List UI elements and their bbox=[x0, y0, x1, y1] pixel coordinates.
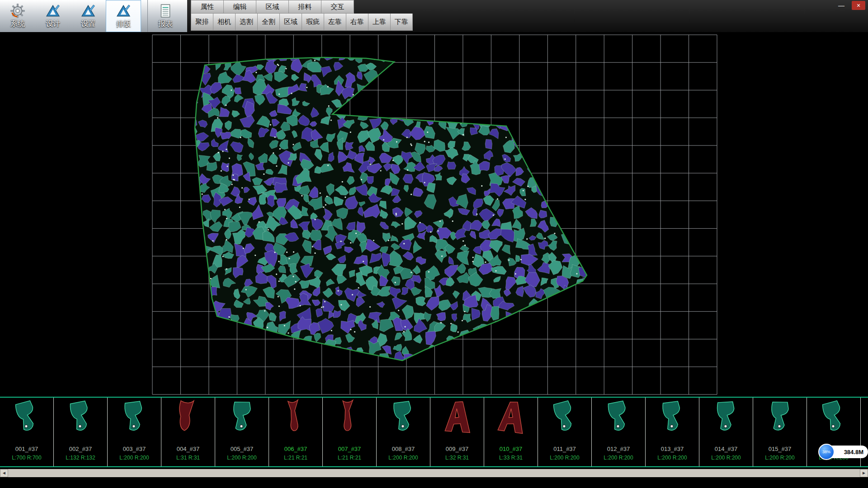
piece-count: L:200 R:200 bbox=[753, 454, 807, 462]
menu-tab-edit[interactable]: 编辑 bbox=[223, 0, 256, 14]
piece-name: 008_#37 bbox=[377, 445, 430, 454]
close-button[interactable]: × bbox=[852, 1, 865, 10]
piece-shape bbox=[0, 399, 53, 445]
piece-name: 014_#37 bbox=[699, 445, 753, 454]
piece-shape bbox=[108, 399, 161, 445]
menu-tab-interact[interactable]: 交互 bbox=[321, 0, 354, 14]
tool-button-snap-right[interactable]: 右靠 bbox=[346, 14, 368, 31]
piece-shape bbox=[323, 399, 376, 445]
piece-thumb-010[interactable]: 010_#37L:33 R:31 bbox=[484, 398, 538, 466]
tool-button-snap-left[interactable]: 左靠 bbox=[324, 14, 346, 31]
piece-shape bbox=[215, 399, 269, 445]
piece-thumb-007[interactable]: 007_#37L:21 R:21 bbox=[323, 398, 377, 466]
piece-name: 012_#37 bbox=[592, 445, 645, 454]
piece-name: 002_#37 bbox=[54, 445, 107, 454]
nesting-canvas[interactable] bbox=[0, 32, 868, 397]
menu-tab-properties[interactable]: 属性 bbox=[191, 0, 224, 14]
mode-button-system[interactable]: 系统 bbox=[0, 0, 35, 32]
mode-button-design[interactable]: 设计 bbox=[35, 0, 71, 32]
tool-button-snap-down[interactable]: 下靠 bbox=[390, 14, 413, 31]
piece-count: L:132 R:132 bbox=[54, 454, 107, 462]
piece-name: 015_#37 bbox=[753, 445, 807, 454]
piece-shape bbox=[377, 399, 430, 445]
tool-button-select-cut[interactable]: 选割 bbox=[235, 14, 258, 31]
piece-shape bbox=[807, 399, 860, 445]
tool-button-row: 聚排相机选割全割区域瑕疵左靠右靠上靠下靠 bbox=[191, 14, 413, 31]
piece-thumb-008[interactable]: 008_#37L:200 R:200 bbox=[377, 398, 430, 466]
menu-area: 属性编辑区域排料交互 聚排相机选割全割区域瑕疵左靠右靠上靠下靠 bbox=[191, 0, 413, 31]
mode-label-settings: 设置 bbox=[81, 19, 95, 29]
titlebar: 系统设计设置排版报表 属性编辑区域排料交互 聚排相机选割全割区域瑕疵左靠右靠上靠… bbox=[0, 0, 868, 32]
menu-tab-region[interactable]: 区域 bbox=[256, 0, 289, 14]
piece-shape bbox=[484, 399, 538, 445]
mode-toolbar: 系统设计设置排版报表 bbox=[0, 0, 187, 32]
piece-shape bbox=[161, 399, 215, 445]
piece-count: L:200 R:200 bbox=[538, 454, 591, 462]
piece-name: 001_#37 bbox=[0, 445, 53, 454]
piece-shape bbox=[538, 399, 591, 445]
piece-name: 004_#37 bbox=[161, 445, 215, 454]
piece-shape bbox=[753, 399, 807, 445]
piece-name: 007_#37 bbox=[323, 445, 376, 454]
mode-label-report: 报表 bbox=[158, 19, 173, 29]
piece-thumb-009[interactable]: 009_#37L:32 R:31 bbox=[430, 398, 484, 466]
piece-count: L:200 R:200 bbox=[592, 454, 645, 462]
tool-button-defect[interactable]: 瑕疵 bbox=[302, 14, 324, 31]
tool-button-cluster-nest[interactable]: 聚排 bbox=[191, 14, 213, 31]
piece-shape bbox=[269, 399, 322, 445]
ruler-icon bbox=[80, 3, 96, 19]
piece-thumbnail-strip: 001_#37L:700 R:700002_#37L:132 R:132003_… bbox=[0, 397, 868, 467]
nesting-canvas-svg bbox=[0, 32, 868, 397]
piece-thumb-014[interactable]: 014_#37L:200 R:200 bbox=[699, 398, 753, 466]
scroll-right-arrow[interactable]: ► bbox=[860, 469, 868, 477]
tool-button-camera[interactable]: 相机 bbox=[213, 14, 236, 31]
mode-button-layout[interactable]: 排版 bbox=[106, 0, 141, 32]
menu-tab-nesting[interactable]: 排料 bbox=[288, 0, 321, 14]
minimize-button[interactable]: — bbox=[835, 1, 848, 10]
piece-count: L:200 R:200 bbox=[108, 454, 161, 462]
report-icon bbox=[158, 3, 173, 19]
memory-value: 384.8M bbox=[844, 449, 863, 455]
piece-name: 005_#37 bbox=[215, 445, 269, 454]
piece-name: 006_#37 bbox=[269, 445, 322, 454]
piece-thumb-005[interactable]: 005_#37L:200 R:200 bbox=[215, 398, 269, 466]
piece-shape bbox=[54, 399, 107, 445]
gear-icon bbox=[10, 3, 25, 19]
piece-thumb-003[interactable]: 003_#37L:200 R:200 bbox=[108, 398, 161, 466]
scroll-left-arrow[interactable]: ◄ bbox=[0, 469, 8, 477]
mode-button-settings[interactable]: 设置 bbox=[71, 0, 106, 32]
piece-name: 003_#37 bbox=[108, 445, 161, 454]
piece-thumb-001[interactable]: 001_#37L:700 R:700 bbox=[0, 398, 54, 466]
piece-thumb-012[interactable]: 012_#37L:200 R:200 bbox=[592, 398, 646, 466]
piece-name: 009_#37 bbox=[430, 445, 484, 454]
piece-thumb-002[interactable]: 002_#37L:132 R:132 bbox=[54, 398, 108, 466]
tool-button-cut-all[interactable]: 全割 bbox=[257, 14, 280, 31]
piece-count: L:200 R:200 bbox=[215, 454, 269, 462]
piece-thumb-015[interactable]: 015_#37L:200 R:200 bbox=[753, 398, 807, 466]
piece-thumb-004[interactable]: 004_#37L:31 R:31 bbox=[161, 398, 215, 466]
tool-button-region[interactable]: 区域 bbox=[279, 14, 302, 31]
piece-shape bbox=[430, 399, 484, 445]
piece-count: L:700 R:700 bbox=[0, 454, 53, 462]
piece-shape bbox=[646, 399, 699, 445]
piece-shape bbox=[592, 399, 645, 445]
piece-thumb-011[interactable]: 011_#37L:200 R:200 bbox=[538, 398, 592, 466]
mode-button-report[interactable]: 报表 bbox=[147, 0, 183, 32]
piece-name: 013_#37 bbox=[646, 445, 699, 454]
scroll-track[interactable] bbox=[8, 469, 860, 477]
piece-thumb-013[interactable]: 013_#37L:200 R:200 bbox=[646, 398, 699, 466]
piece-thumb-006[interactable]: 006_#37L:21 R:21 bbox=[269, 398, 323, 466]
horizontal-scrollbar[interactable]: ◄ ► bbox=[0, 469, 868, 477]
piece-count: L:21 R:21 bbox=[323, 454, 376, 462]
ruler-icon bbox=[45, 3, 61, 19]
mode-label-system: 系统 bbox=[10, 19, 25, 29]
window-controls: — × bbox=[835, 1, 865, 10]
piece-count: L:21 R:21 bbox=[269, 454, 322, 462]
progress-circle: 38% bbox=[818, 444, 835, 460]
tool-button-snap-up[interactable]: 上靠 bbox=[368, 14, 391, 31]
piece-name: 011_#37 bbox=[538, 445, 591, 454]
memory-status-badge: 384.8M 38% bbox=[818, 444, 868, 460]
piece-count: L:200 R:200 bbox=[646, 454, 699, 462]
app-window: 系统设计设置排版报表 属性编辑区域排料交互 聚排相机选割全割区域瑕疵左靠右靠上靠… bbox=[0, 0, 868, 488]
piece-shape bbox=[699, 399, 753, 445]
